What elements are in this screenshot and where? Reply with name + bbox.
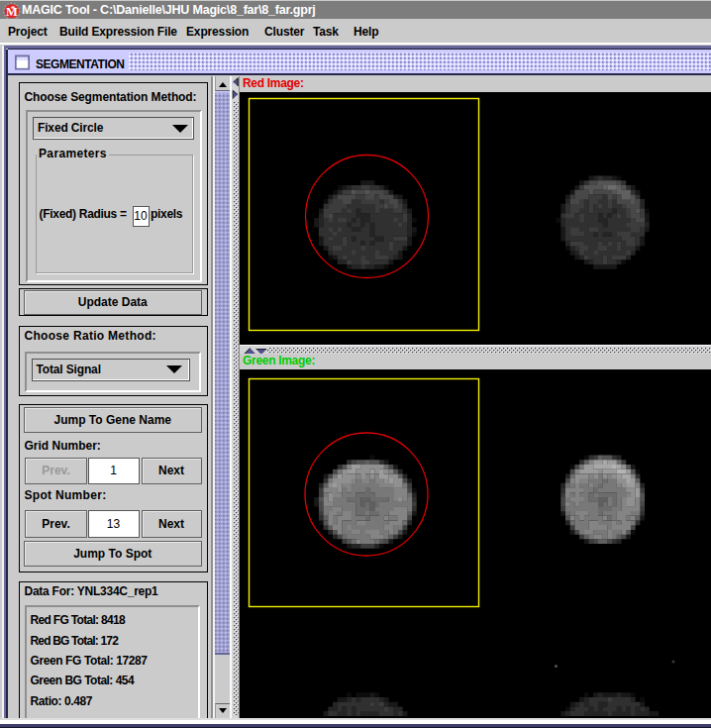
svg-text:M: M	[6, 5, 18, 19]
